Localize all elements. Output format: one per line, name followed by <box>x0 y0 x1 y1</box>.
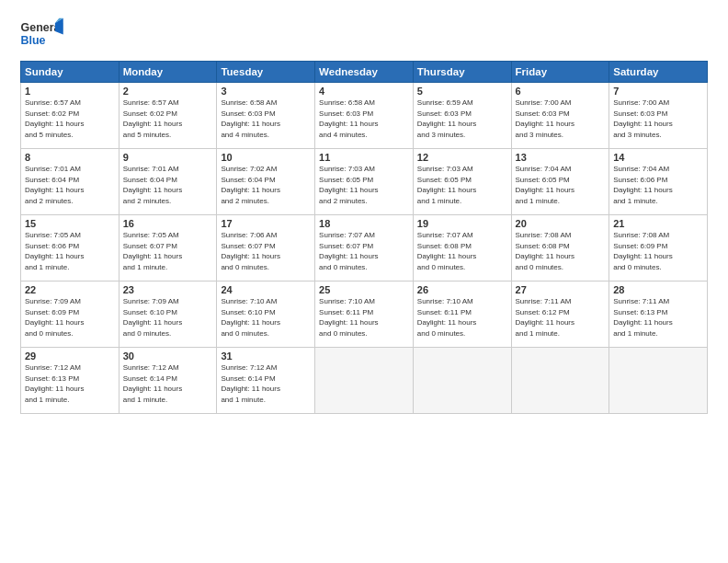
logo: General Blue <box>20 17 66 53</box>
calendar-week-0: 1Sunrise: 6:57 AM Sunset: 6:02 PM Daylig… <box>21 83 708 149</box>
day-number: 6 <box>516 86 606 97</box>
day-number: 28 <box>613 284 703 295</box>
calendar-cell: 13Sunrise: 7:04 AM Sunset: 6:05 PM Dayli… <box>511 149 609 215</box>
day-number: 9 <box>123 152 213 163</box>
day-info: Sunrise: 7:08 AM Sunset: 6:08 PM Dayligh… <box>516 230 606 272</box>
calendar-cell: 28Sunrise: 7:11 AM Sunset: 6:13 PM Dayli… <box>609 282 708 348</box>
calendar-cell: 24Sunrise: 7:10 AM Sunset: 6:10 PM Dayli… <box>217 282 315 348</box>
calendar-cell: 21Sunrise: 7:08 AM Sunset: 6:09 PM Dayli… <box>609 215 708 282</box>
day-number: 19 <box>417 218 507 229</box>
day-info: Sunrise: 7:09 AM Sunset: 6:09 PM Dayligh… <box>25 296 115 339</box>
day-number: 15 <box>25 218 115 229</box>
calendar-cell: 10Sunrise: 7:02 AM Sunset: 6:04 PM Dayli… <box>217 149 315 215</box>
day-info: Sunrise: 6:57 AM Sunset: 6:02 PM Dayligh… <box>25 98 115 140</box>
calendar-cell: 6Sunrise: 7:00 AM Sunset: 6:03 PM Daylig… <box>511 83 609 149</box>
header-row: Sunday Monday Tuesday Wednesday Thursday… <box>21 62 708 83</box>
day-info: Sunrise: 7:12 AM Sunset: 6:14 PM Dayligh… <box>123 362 213 405</box>
day-info: Sunrise: 7:02 AM Sunset: 6:04 PM Dayligh… <box>221 164 311 206</box>
day-number: 14 <box>613 152 703 163</box>
day-number: 25 <box>319 284 409 295</box>
day-number: 30 <box>123 350 213 362</box>
calendar-cell: 3Sunrise: 6:58 AM Sunset: 6:03 PM Daylig… <box>217 83 315 149</box>
day-info: Sunrise: 6:58 AM Sunset: 6:03 PM Dayligh… <box>221 98 311 140</box>
calendar-cell: 22Sunrise: 7:09 AM Sunset: 6:09 PM Dayli… <box>21 282 119 348</box>
calendar-week-2: 15Sunrise: 7:05 AM Sunset: 6:06 PM Dayli… <box>21 215 708 282</box>
day-info: Sunrise: 7:01 AM Sunset: 6:04 PM Dayligh… <box>25 164 115 206</box>
calendar-cell: 7Sunrise: 7:00 AM Sunset: 6:03 PM Daylig… <box>609 83 708 149</box>
calendar-week-3: 22Sunrise: 7:09 AM Sunset: 6:09 PM Dayli… <box>21 282 708 348</box>
calendar-cell: 14Sunrise: 7:04 AM Sunset: 6:06 PM Dayli… <box>609 149 708 215</box>
day-info: Sunrise: 7:04 AM Sunset: 6:06 PM Dayligh… <box>613 164 703 206</box>
day-number: 18 <box>319 218 409 229</box>
col-thursday: Thursday <box>413 62 511 83</box>
calendar-cell <box>609 348 708 414</box>
day-number: 11 <box>319 152 409 163</box>
day-number: 21 <box>613 218 703 229</box>
calendar-cell <box>315 348 414 414</box>
calendar-cell <box>511 348 609 414</box>
calendar-cell: 29Sunrise: 7:12 AM Sunset: 6:13 PM Dayli… <box>21 348 119 414</box>
col-saturday: Saturday <box>609 62 708 83</box>
header: General Blue <box>20 17 708 53</box>
day-number: 10 <box>221 152 311 163</box>
col-monday: Monday <box>119 62 217 83</box>
day-info: Sunrise: 7:07 AM Sunset: 6:08 PM Dayligh… <box>417 230 507 272</box>
calendar-cell <box>413 348 511 414</box>
day-info: Sunrise: 7:10 AM Sunset: 6:10 PM Dayligh… <box>221 296 311 339</box>
day-number: 3 <box>221 86 311 97</box>
day-number: 26 <box>417 284 507 295</box>
calendar-cell: 15Sunrise: 7:05 AM Sunset: 6:06 PM Dayli… <box>21 215 119 282</box>
day-number: 13 <box>516 152 606 163</box>
day-info: Sunrise: 7:03 AM Sunset: 6:05 PM Dayligh… <box>319 164 409 206</box>
calendar-cell: 11Sunrise: 7:03 AM Sunset: 6:05 PM Dayli… <box>315 149 414 215</box>
col-friday: Friday <box>511 62 609 83</box>
day-number: 1 <box>25 86 115 97</box>
calendar-cell: 16Sunrise: 7:05 AM Sunset: 6:07 PM Dayli… <box>119 215 217 282</box>
day-number: 31 <box>221 350 311 362</box>
day-number: 22 <box>25 284 115 295</box>
day-info: Sunrise: 7:11 AM Sunset: 6:13 PM Dayligh… <box>613 296 703 339</box>
day-info: Sunrise: 7:10 AM Sunset: 6:11 PM Dayligh… <box>417 296 507 339</box>
day-info: Sunrise: 6:58 AM Sunset: 6:03 PM Dayligh… <box>319 98 409 140</box>
day-info: Sunrise: 7:00 AM Sunset: 6:03 PM Dayligh… <box>516 98 606 140</box>
logo-icon: General Blue <box>20 17 66 53</box>
day-number: 16 <box>123 218 213 229</box>
calendar-cell: 31Sunrise: 7:12 AM Sunset: 6:14 PM Dayli… <box>217 348 315 414</box>
day-info: Sunrise: 7:07 AM Sunset: 6:07 PM Dayligh… <box>319 230 409 272</box>
day-number: 2 <box>123 86 213 97</box>
day-info: Sunrise: 7:09 AM Sunset: 6:10 PM Dayligh… <box>123 296 213 339</box>
day-info: Sunrise: 7:08 AM Sunset: 6:09 PM Dayligh… <box>613 230 703 272</box>
day-number: 4 <box>319 86 409 97</box>
day-number: 17 <box>221 218 311 229</box>
day-number: 7 <box>613 86 703 97</box>
day-number: 5 <box>417 86 507 97</box>
page: General Blue Sunday Monday Tuesday Wedne… <box>0 0 728 563</box>
day-number: 23 <box>123 284 213 295</box>
col-tuesday: Tuesday <box>217 62 315 83</box>
calendar-cell: 23Sunrise: 7:09 AM Sunset: 6:10 PM Dayli… <box>119 282 217 348</box>
col-sunday: Sunday <box>21 62 119 83</box>
day-info: Sunrise: 7:01 AM Sunset: 6:04 PM Dayligh… <box>123 164 213 206</box>
day-info: Sunrise: 7:12 AM Sunset: 6:14 PM Dayligh… <box>221 362 311 405</box>
calendar-cell: 30Sunrise: 7:12 AM Sunset: 6:14 PM Dayli… <box>119 348 217 414</box>
day-info: Sunrise: 7:05 AM Sunset: 6:06 PM Dayligh… <box>25 230 115 272</box>
calendar-cell: 9Sunrise: 7:01 AM Sunset: 6:04 PM Daylig… <box>119 149 217 215</box>
calendar-cell: 4Sunrise: 6:58 AM Sunset: 6:03 PM Daylig… <box>315 83 414 149</box>
day-info: Sunrise: 7:11 AM Sunset: 6:12 PM Dayligh… <box>516 296 606 339</box>
calendar-cell: 18Sunrise: 7:07 AM Sunset: 6:07 PM Dayli… <box>315 215 414 282</box>
calendar-cell: 19Sunrise: 7:07 AM Sunset: 6:08 PM Dayli… <box>413 215 511 282</box>
calendar-week-4: 29Sunrise: 7:12 AM Sunset: 6:13 PM Dayli… <box>21 348 708 414</box>
calendar-cell: 20Sunrise: 7:08 AM Sunset: 6:08 PM Dayli… <box>511 215 609 282</box>
day-number: 12 <box>417 152 507 163</box>
day-number: 20 <box>516 218 606 229</box>
day-info: Sunrise: 6:57 AM Sunset: 6:02 PM Dayligh… <box>123 98 213 140</box>
day-info: Sunrise: 7:12 AM Sunset: 6:13 PM Dayligh… <box>25 362 115 405</box>
calendar-cell: 26Sunrise: 7:10 AM Sunset: 6:11 PM Dayli… <box>413 282 511 348</box>
calendar-cell: 5Sunrise: 6:59 AM Sunset: 6:03 PM Daylig… <box>413 83 511 149</box>
calendar-cell: 1Sunrise: 6:57 AM Sunset: 6:02 PM Daylig… <box>21 83 119 149</box>
calendar-cell: 8Sunrise: 7:01 AM Sunset: 6:04 PM Daylig… <box>21 149 119 215</box>
svg-text:Blue: Blue <box>21 34 46 47</box>
day-info: Sunrise: 7:05 AM Sunset: 6:07 PM Dayligh… <box>123 230 213 272</box>
calendar-table: Sunday Monday Tuesday Wednesday Thursday… <box>20 61 708 414</box>
day-info: Sunrise: 7:04 AM Sunset: 6:05 PM Dayligh… <box>516 164 606 206</box>
